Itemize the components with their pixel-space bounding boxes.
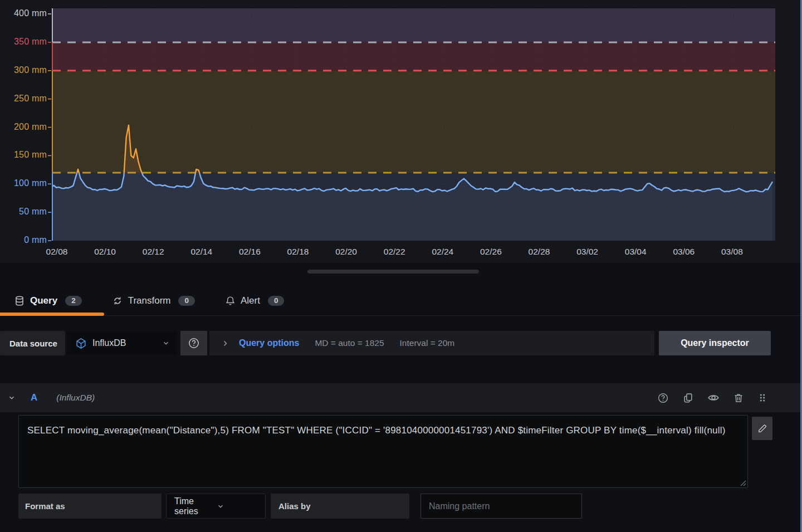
- y-axis-label: 200 mm: [7, 122, 47, 132]
- x-axis-label: 02/28: [519, 247, 559, 257]
- y-axis-label: 150 mm: [7, 150, 47, 160]
- y-axis-label: 400 mm: [7, 8, 47, 18]
- query-datasource-hint: (InfluxDB): [56, 393, 95, 403]
- query-row-header: A (InfluxDB): [0, 383, 800, 412]
- x-axis-label: 02/16: [229, 247, 270, 257]
- query-ref-id: A: [31, 392, 37, 403]
- format-as-label: Format as: [18, 494, 162, 519]
- collapse-query-chevron-icon[interactable]: [8, 394, 16, 402]
- influxdb-logo-icon: [75, 338, 87, 349]
- chevron-right-icon: [222, 340, 229, 347]
- x-axis-label: 03/02: [568, 247, 608, 257]
- format-as-value: Time series: [174, 496, 217, 516]
- tab-query-count-badge: 2: [65, 296, 82, 306]
- y-axis-label: 50 mm: [7, 207, 47, 217]
- delete-query-trash-button[interactable]: [733, 392, 744, 404]
- toggle-visibility-eye-button[interactable]: [707, 392, 720, 404]
- datasource-selected: InfluxDB: [92, 338, 162, 348]
- format-as-select[interactable]: Time series: [166, 494, 266, 519]
- x-axis-label: 02/26: [471, 247, 511, 257]
- query-options-toggle[interactable]: Query options MD = auto = 1825 Interval …: [209, 331, 654, 355]
- tab-alert[interactable]: Alert 0: [209, 286, 299, 315]
- query-help-button[interactable]: [657, 392, 669, 404]
- tab-query[interactable]: Query 2: [0, 286, 96, 315]
- query-options-label: Query options: [239, 338, 299, 348]
- tab-alert-count-badge: 0: [268, 296, 285, 306]
- x-axis-label: 03/06: [664, 247, 704, 257]
- x-axis-label: 02/22: [374, 247, 414, 257]
- chevron-down-icon: [217, 502, 259, 510]
- query-text-editor[interactable]: SELECT moving_average(mean("Distance"),5…: [18, 415, 748, 488]
- query-footer-row: Format as Time series Alias by: [0, 494, 802, 519]
- horizontal-scrollbar[interactable]: [307, 270, 479, 274]
- editor-tabs: Query 2 Transform 0 Alert 0: [0, 286, 802, 316]
- transform-icon: [112, 295, 123, 306]
- datasource-row: Data source InfluxDB Query options MD = …: [0, 331, 802, 355]
- x-axis-label: 02/20: [326, 247, 366, 257]
- y-axis-label: 350 mm: [7, 37, 47, 47]
- alias-by-label: Alias by: [271, 494, 409, 519]
- x-axis-label: 02/18: [278, 247, 318, 257]
- edit-query-pencil-button[interactable]: [752, 417, 772, 440]
- y-axis-label: 300 mm: [7, 65, 47, 75]
- tab-transform[interactable]: Transform 0: [96, 286, 209, 315]
- x-axis-label: 03/04: [615, 247, 656, 257]
- y-axis-label: 250 mm: [7, 94, 47, 104]
- y-axis-label: 100 mm: [7, 178, 47, 188]
- interval-value: Interval = 20m: [400, 338, 455, 348]
- datasource-label: Data source: [0, 331, 65, 355]
- x-axis-label: 02/08: [37, 247, 77, 257]
- y-axis-label: 0 mm: [7, 235, 47, 245]
- x-axis-label: 03/08: [712, 247, 752, 257]
- time-series-chart[interactable]: [0, 0, 802, 263]
- database-icon: [14, 295, 25, 306]
- time-series-panel: 400 mm350 mm300 mm250 mm200 mm150 mm100 …: [0, 0, 802, 263]
- x-axis-label: 02/12: [133, 247, 173, 257]
- bell-icon: [225, 295, 236, 306]
- duplicate-query-button[interactable]: [682, 392, 694, 404]
- tab-alert-label: Alert: [241, 295, 260, 306]
- chevron-down-icon: [162, 339, 170, 347]
- active-tab-indicator: [0, 313, 104, 316]
- max-data-points-value: MD = auto = 1825: [315, 338, 384, 348]
- x-axis-label: 02/10: [85, 247, 125, 257]
- alias-by-input[interactable]: [420, 494, 582, 519]
- x-axis-label: 02/24: [423, 247, 463, 257]
- tab-query-label: Query: [30, 295, 57, 306]
- tab-transform-count-badge: 0: [178, 296, 195, 306]
- tab-transform-label: Transform: [128, 295, 171, 306]
- datasource-help-button[interactable]: [180, 331, 207, 355]
- resize-grip-icon[interactable]: [739, 479, 746, 486]
- query-inspector-button[interactable]: Query inspector: [659, 331, 771, 355]
- x-axis-label: 02/14: [182, 247, 222, 257]
- drag-handle[interactable]: [757, 392, 767, 403]
- datasource-picker[interactable]: InfluxDB: [67, 331, 177, 355]
